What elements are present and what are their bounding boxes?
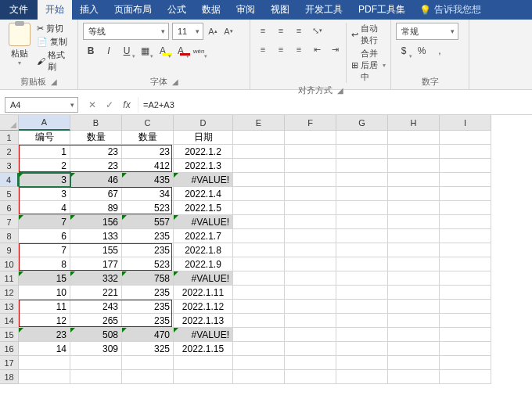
- cell[interactable]: [233, 257, 285, 271]
- cell[interactable]: [336, 145, 388, 159]
- tab-page-layout[interactable]: 页面布局: [106, 0, 160, 20]
- cell[interactable]: 1: [19, 145, 70, 159]
- cell[interactable]: [285, 300, 336, 314]
- cell[interactable]: 46: [70, 173, 122, 187]
- cell[interactable]: [388, 370, 440, 384]
- cell[interactable]: [336, 201, 388, 215]
- cell[interactable]: [336, 215, 388, 229]
- row-header-17[interactable]: 17: [0, 356, 19, 370]
- cut-button[interactable]: ✂剪切: [37, 23, 73, 34]
- cell[interactable]: [336, 314, 388, 328]
- cell[interactable]: [285, 286, 336, 300]
- cell[interactable]: [336, 300, 388, 314]
- cell[interactable]: [336, 159, 388, 173]
- cell[interactable]: 435: [122, 173, 174, 187]
- cell[interactable]: 2022.1.4: [174, 187, 233, 201]
- cell[interactable]: 2022.1.11: [174, 286, 233, 300]
- cell[interactable]: [440, 257, 491, 271]
- cell[interactable]: [440, 370, 491, 384]
- cell[interactable]: 2022.1.5: [174, 201, 233, 215]
- cell[interactable]: [336, 257, 388, 271]
- format-painter-button[interactable]: 🖌格式刷: [37, 49, 73, 73]
- cell[interactable]: [233, 159, 285, 173]
- cell[interactable]: 8: [19, 257, 70, 271]
- cell[interactable]: [440, 173, 491, 187]
- clipboard-launcher[interactable]: ◢: [51, 77, 57, 86]
- cell[interactable]: 265: [70, 314, 122, 328]
- tab-formulas[interactable]: 公式: [160, 0, 194, 20]
- cell[interactable]: 470: [122, 328, 174, 342]
- tab-review[interactable]: 审阅: [228, 0, 263, 20]
- cell[interactable]: 15: [19, 271, 70, 286]
- cell[interactable]: [440, 201, 491, 215]
- cell[interactable]: [440, 342, 491, 356]
- cell[interactable]: [122, 356, 174, 370]
- cell[interactable]: [388, 314, 440, 328]
- cell[interactable]: [336, 173, 388, 187]
- cell[interactable]: [174, 356, 233, 370]
- cell[interactable]: 7: [19, 243, 70, 257]
- cell[interactable]: 7: [19, 215, 70, 229]
- cell[interactable]: 221: [70, 286, 122, 300]
- cell[interactable]: [440, 159, 491, 173]
- cell[interactable]: 177: [70, 257, 122, 271]
- decrease-font-button[interactable]: A▾: [222, 23, 235, 40]
- col-header-G[interactable]: G: [336, 115, 388, 131]
- cell[interactable]: [70, 370, 122, 384]
- tab-data[interactable]: 数据: [194, 0, 228, 20]
- cell[interactable]: [336, 187, 388, 201]
- fx-button[interactable]: fx: [119, 99, 135, 110]
- row-header-12[interactable]: 12: [0, 286, 19, 300]
- cell[interactable]: [388, 286, 440, 300]
- cell[interactable]: 数量: [122, 131, 174, 145]
- font-size-select[interactable]: 11: [172, 23, 203, 40]
- phonetic-button[interactable]: wén▾: [191, 43, 207, 59]
- border-button[interactable]: ▦▾: [137, 43, 153, 59]
- cell[interactable]: [285, 173, 336, 187]
- increase-indent-button[interactable]: ⇥: [327, 41, 343, 57]
- cell[interactable]: [440, 145, 491, 159]
- cell[interactable]: [233, 173, 285, 187]
- cell[interactable]: [233, 229, 285, 243]
- cell[interactable]: [285, 342, 336, 356]
- cell[interactable]: [233, 328, 285, 342]
- align-bottom-button[interactable]: ≡: [291, 23, 307, 38]
- wrap-text-button[interactable]: ↩自动换行: [351, 23, 386, 46]
- select-all-corner[interactable]: [0, 115, 19, 131]
- col-header-I[interactable]: I: [440, 115, 491, 131]
- row-header-13[interactable]: 13: [0, 300, 19, 314]
- cell[interactable]: 243: [70, 300, 122, 314]
- cell[interactable]: [440, 286, 491, 300]
- cell[interactable]: [440, 187, 491, 201]
- accept-formula-button[interactable]: ✓: [102, 99, 117, 110]
- cell[interactable]: #VALUE!: [174, 328, 233, 342]
- cell[interactable]: [285, 201, 336, 215]
- cell[interactable]: 23: [19, 328, 70, 342]
- cell[interactable]: [388, 187, 440, 201]
- cell[interactable]: [440, 131, 491, 145]
- cell[interactable]: [388, 131, 440, 145]
- cell[interactable]: [388, 356, 440, 370]
- cell[interactable]: 23: [70, 159, 122, 173]
- cell[interactable]: [285, 271, 336, 286]
- cell[interactable]: [233, 342, 285, 356]
- cell[interactable]: [233, 187, 285, 201]
- decrease-indent-button[interactable]: ⇤: [309, 41, 325, 57]
- col-header-C[interactable]: C: [122, 115, 174, 131]
- cell[interactable]: [440, 243, 491, 257]
- cell[interactable]: 3: [19, 187, 70, 201]
- cell[interactable]: 235: [122, 229, 174, 243]
- cell[interactable]: [388, 145, 440, 159]
- cell[interactable]: 编号: [19, 131, 70, 145]
- cell[interactable]: 235: [122, 243, 174, 257]
- cell[interactable]: 523: [122, 257, 174, 271]
- accounting-format-button[interactable]: $▾: [396, 43, 412, 59]
- cell[interactable]: [336, 286, 388, 300]
- row-header-1[interactable]: 1: [0, 131, 19, 145]
- cell[interactable]: [388, 173, 440, 187]
- cell[interactable]: 11: [19, 300, 70, 314]
- font-name-select[interactable]: 等线: [83, 23, 169, 40]
- cell[interactable]: [336, 131, 388, 145]
- cell[interactable]: #VALUE!: [174, 271, 233, 286]
- cell[interactable]: [388, 342, 440, 356]
